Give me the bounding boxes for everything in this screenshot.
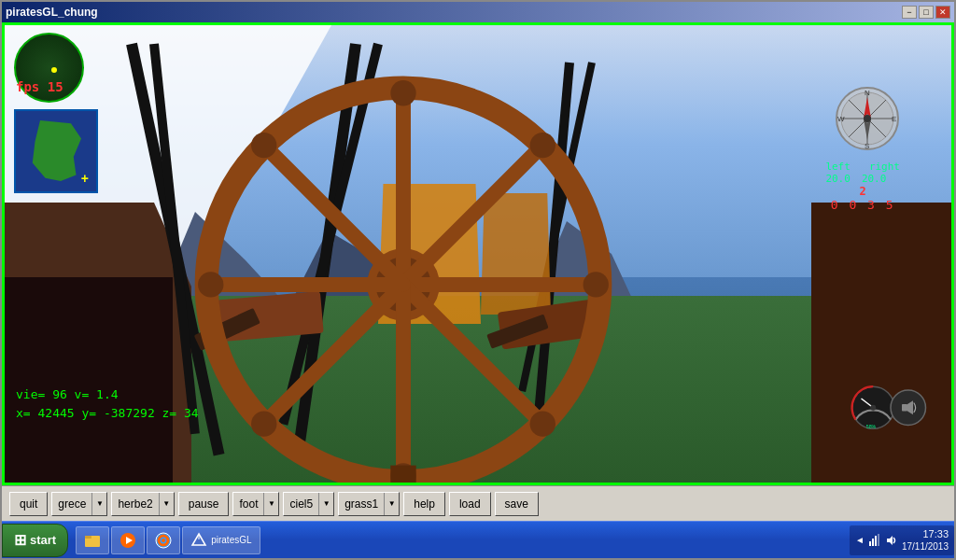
svg-line-8 [264, 285, 403, 424]
speedometer: 58% [849, 380, 933, 431]
svg-text:E: E [892, 115, 896, 123]
taskbar-game[interactable]: piratesGL [182, 526, 260, 554]
svg-rect-38 [902, 404, 907, 412]
pause-button[interactable]: pause [178, 492, 230, 516]
svg-text:N: N [865, 89, 870, 97]
stats-right-value: 20.0 [862, 173, 887, 185]
svg-rect-52 [878, 534, 879, 546]
system-tray: ◄ 17:33 17/11/2013 [850, 525, 954, 555]
svg-line-6 [403, 285, 542, 424]
window-title: piratesGL_chung [6, 6, 98, 19]
clock-date: 17/11/2013 [902, 540, 949, 553]
grass1-arrow[interactable]: ▼ [384, 493, 399, 515]
taskbar-items: piratesGL [72, 526, 850, 554]
svg-point-28 [864, 115, 871, 122]
herbe2-arrow[interactable]: ▼ [159, 493, 174, 515]
fps-counter: fps 15 [16, 79, 63, 94]
ciel5-arrow[interactable]: ▼ [318, 493, 333, 515]
system-clock: 17:33 17/11/2013 [902, 527, 949, 553]
tray-expand[interactable]: ◄ [855, 535, 865, 545]
stats-left-label: left [825, 161, 851, 173]
start-label: start [30, 533, 56, 547]
title-bar: piratesGL_chung − □ ✕ [2, 2, 954, 22]
minimap-land [30, 120, 81, 181]
toolbar: quit grece ▼ herbe2 ▼ pause foot ▼ ciel5… [2, 485, 954, 521]
foot-dropdown[interactable]: foot ▼ [232, 492, 279, 516]
help-button[interactable]: help [403, 492, 445, 516]
svg-rect-51 [875, 536, 877, 546]
svg-point-16 [251, 412, 276, 437]
stats-code: 0 0 3 5 [825, 198, 900, 212]
save-button[interactable]: save [495, 492, 539, 516]
svg-point-13 [583, 272, 609, 297]
compass: N S W E [835, 86, 900, 151]
herbe2-label: herbe2 [112, 497, 158, 511]
grece-arrow[interactable]: ▼ [91, 493, 106, 515]
taskbar-folder[interactable] [76, 526, 109, 554]
svg-point-46 [162, 539, 165, 542]
svg-rect-41 [85, 536, 91, 539]
stats-number: 2 [825, 185, 900, 198]
coordinates-display: vie= 96 v= 1.4 x= 42445 y= -387292 z= 34 [16, 385, 199, 422]
svg-line-4 [403, 146, 542, 285]
svg-point-11 [390, 80, 415, 105]
stats-right-label: right [869, 161, 900, 173]
svg-rect-50 [872, 539, 874, 546]
grece-label: grece [52, 497, 91, 511]
taskbar-game-label: piratesGL [211, 535, 251, 545]
svg-text:S: S [865, 142, 869, 150]
minimap-marker: + [81, 171, 89, 186]
ciel5-dropdown[interactable]: ciel5 ▼ [283, 492, 334, 516]
taskbar-media[interactable] [111, 526, 145, 554]
taskbar-browser[interactable] [147, 526, 180, 554]
svg-line-10 [264, 146, 403, 285]
stats-panel: left right 20.0 20.0 2 0 0 3 5 [825, 161, 900, 212]
coords-line2: x= 42445 y= -387292 z= 34 [16, 404, 199, 423]
coords-line1: vie= 96 v= 1.4 [16, 385, 199, 404]
svg-text:W: W [837, 115, 845, 123]
stats-left-value: 20.0 [825, 173, 851, 185]
steering-wheel[interactable] [2, 72, 877, 485]
ciel5-label: ciel5 [284, 497, 318, 511]
svg-point-14 [530, 412, 555, 437]
svg-point-17 [198, 272, 223, 297]
quit-button[interactable]: quit [9, 492, 48, 516]
game-viewport[interactable]: fps 15 + N S W E left [2, 22, 954, 485]
minimize-button[interactable]: − [902, 6, 917, 19]
volume-icon [885, 534, 898, 547]
main-window: piratesGL_chung − □ ✕ [0, 0, 956, 560]
svg-text:58%: 58% [866, 424, 877, 429]
grass1-dropdown[interactable]: grass1 ▼ [338, 492, 400, 516]
svg-point-18 [251, 133, 276, 158]
close-button[interactable]: ✕ [935, 6, 950, 19]
svg-rect-19 [390, 466, 415, 485]
herbe2-dropdown[interactable]: herbe2 ▼ [111, 492, 174, 516]
svg-point-35 [870, 405, 876, 411]
svg-point-12 [530, 133, 555, 158]
clock-time: 17:33 [902, 527, 949, 540]
foot-arrow[interactable]: ▼ [263, 493, 278, 515]
network-icon [868, 534, 881, 547]
load-button[interactable]: load [449, 492, 491, 516]
start-button[interactable]: ⊞ start [2, 524, 68, 557]
minimap: + [14, 109, 98, 193]
radar-blip [51, 67, 57, 73]
foot-label: foot [233, 497, 263, 511]
grass1-label: grass1 [339, 497, 384, 511]
grece-dropdown[interactable]: grece ▼ [51, 492, 107, 516]
window-controls: − □ ✕ [902, 6, 950, 19]
svg-marker-53 [887, 536, 893, 545]
taskbar: ⊞ start piratesGL ◄ [2, 521, 954, 558]
svg-rect-49 [869, 541, 871, 546]
restore-button[interactable]: □ [919, 6, 934, 19]
